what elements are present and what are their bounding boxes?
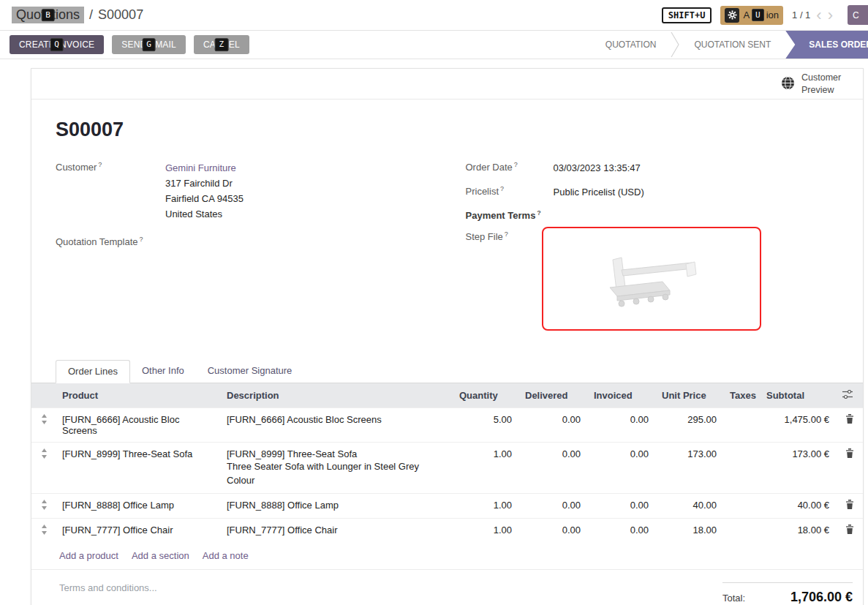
column-header-subtotal: Subtotal [761, 383, 837, 408]
add-section-link[interactable]: Add a section [132, 550, 189, 561]
cell-quantity[interactable]: 1.00 [453, 443, 519, 494]
cell-invoiced[interactable]: 0.00 [588, 443, 656, 494]
chevron-left-icon[interactable]: ‹ [816, 9, 821, 22]
cell-product[interactable]: [FURN_8999] Three-Seat Sofa [56, 443, 221, 494]
page-title: S00007 [56, 119, 839, 141]
column-header-invoiced: Invoiced [588, 383, 656, 408]
cell-product[interactable]: [FURN_8888] Office Lamp [56, 494, 221, 519]
breadcrumb-quotations[interactable]: Quotations B [12, 7, 84, 23]
drag-handle-icon[interactable] [31, 408, 56, 443]
cancel-button[interactable]: CANCEL Z [194, 35, 249, 54]
topbar-actions: SHIFT+U A U ion 1 / 1 ‹ › [662, 6, 858, 25]
action-menu-button[interactable]: A U ion [720, 6, 783, 25]
cell-taxes[interactable] [724, 494, 761, 519]
tab-order-lines[interactable]: Order Lines [56, 360, 130, 383]
cell-quantity[interactable]: 5.00 [453, 408, 519, 443]
cell-invoiced[interactable]: 0.00 [588, 408, 656, 443]
trash-icon[interactable] [837, 443, 863, 494]
cell-taxes[interactable] [724, 408, 761, 443]
trash-icon[interactable] [837, 494, 863, 519]
trash-icon[interactable] [837, 408, 863, 443]
tab-other-info[interactable]: Other Info [130, 360, 196, 383]
column-header-product: Product [56, 383, 221, 408]
quotation-template-label: Quotation Template? [56, 235, 165, 247]
field-step-file: Step File? [466, 230, 839, 331]
description-extra: Three Seater Sofa with Lounger in Steel … [227, 459, 448, 487]
control-toolbar: CREATE INVOICE Q SEND EMAIL G CANCEL Z Q… [0, 30, 868, 59]
help-icon: ? [537, 209, 541, 217]
handle-column-header [31, 383, 56, 408]
terms-and-conditions-input[interactable]: Terms and conditions... [59, 582, 157, 605]
shortcut-badge-cancel: Z [214, 38, 228, 51]
help-icon: ? [140, 236, 143, 243]
cell-description[interactable]: [FURN_8888] Office Lamp [221, 494, 453, 519]
chevron-right-icon[interactable]: › [828, 9, 833, 22]
send-email-button[interactable]: SEND EMAIL G [112, 35, 186, 54]
cell-delivered[interactable]: 0.00 [519, 408, 588, 443]
field-pricelist: Pricelist? Public Pricelist (USD) [466, 184, 839, 200]
customer-address-line: United States [165, 206, 429, 222]
customer-link[interactable]: Gemini Furniture [165, 162, 236, 173]
notebook-tabs: Order Lines Other Info Customer Signatur… [31, 360, 863, 383]
help-icon: ? [505, 230, 508, 238]
cell-invoiced[interactable]: 0.00 [588, 519, 656, 544]
status-step-sales-order[interactable]: SALES ORDER [785, 31, 868, 59]
add-note-link[interactable]: Add a note [203, 550, 249, 561]
total-value: 1,706.00 € [790, 590, 853, 605]
step-file-image[interactable] [542, 227, 761, 331]
field-payment-terms: Payment Terms? [466, 208, 839, 221]
column-header-delivered: Delivered [519, 383, 588, 408]
cell-subtotal: 173.00 € [761, 443, 837, 494]
cell-taxes[interactable] [724, 443, 761, 494]
cell-description[interactable]: [FURN_6666] Acoustic Bloc Screens [221, 408, 453, 443]
column-header-unit-price: Unit Price [656, 383, 724, 408]
pricelist-value[interactable]: Public Pricelist (USD) [554, 184, 839, 200]
cell-unit-price[interactable]: 18.00 [656, 519, 724, 544]
cell-subtotal: 1,475.00 € [761, 408, 837, 443]
shortcut-badge-action: U [752, 9, 764, 22]
table-header-row: Product Description Quantity Delivered I… [31, 383, 863, 408]
order-date-value[interactable]: 03/03/2023 13:35:47 [554, 160, 839, 176]
drag-handle-icon[interactable] [31, 494, 56, 519]
create-button-label: C [853, 10, 859, 20]
create-invoice-button[interactable]: CREATE INVOICE Q [10, 35, 104, 54]
cell-quantity[interactable]: 1.00 [453, 494, 519, 519]
cell-unit-price[interactable]: 295.00 [656, 408, 724, 443]
drag-handle-icon[interactable] [31, 519, 56, 544]
table-row: [FURN_8888] Office Lamp [FURN_8888] Offi… [31, 494, 863, 519]
cell-delivered[interactable]: 0.00 [519, 494, 588, 519]
cell-quantity[interactable]: 1.00 [453, 519, 519, 544]
column-settings-icon[interactable] [837, 383, 863, 408]
create-button[interactable]: C [848, 5, 868, 25]
column-header-taxes: Taxes [724, 383, 761, 408]
top-navbar: Quotations B / S00007 SHIFT+U A U [0, 0, 868, 30]
cell-description[interactable]: [FURN_8999] Three-Seat Sofa Three Seater… [221, 443, 453, 494]
pager: 1 / 1 ‹ › [792, 9, 833, 22]
customer-address-line: 317 Fairchild Dr [165, 176, 429, 191]
tab-customer-signature[interactable]: Customer Signature [196, 360, 304, 383]
field-customer: Customer? Gemini Furniture 317 Fairchild… [56, 160, 429, 222]
cell-unit-price[interactable]: 173.00 [656, 443, 724, 494]
status-step-quotation[interactable]: QUOTATION [591, 31, 671, 59]
cell-delivered[interactable]: 0.00 [519, 519, 588, 544]
trash-icon[interactable] [837, 519, 863, 544]
cell-invoiced[interactable]: 0.00 [588, 494, 656, 519]
total-block: Total: 1,706.00 € [722, 582, 853, 605]
status-step-quotation-sent[interactable]: QUOTATION SENT [679, 31, 785, 59]
cell-product[interactable]: [FURN_7777] Office Chair [56, 519, 221, 544]
action-label-end: ion [766, 10, 779, 20]
action-label-start: A [743, 10, 750, 20]
cell-delivered[interactable]: 0.00 [519, 443, 588, 494]
customer-address-line: Fairfield CA 94535 [165, 191, 429, 206]
drag-handle-icon[interactable] [31, 443, 56, 494]
cell-description[interactable]: [FURN_7777] Office Chair [221, 519, 453, 544]
customer-preview-button[interactable]: Customer Preview [31, 69, 863, 99]
table-add-links: Add a product Add a section Add a note [31, 543, 863, 570]
cell-unit-price[interactable]: 40.00 [656, 494, 724, 519]
shortcut-badge-shift-u: SHIFT+U [662, 7, 712, 23]
cell-subtotal: 40.00 € [761, 494, 837, 519]
add-product-link[interactable]: Add a product [59, 550, 118, 561]
field-order-date: Order Date? 03/03/2023 13:35:47 [466, 160, 839, 176]
cell-taxes[interactable] [724, 519, 761, 544]
cell-product[interactable]: [FURN_6666] Acoustic Bloc Screens [56, 408, 221, 443]
